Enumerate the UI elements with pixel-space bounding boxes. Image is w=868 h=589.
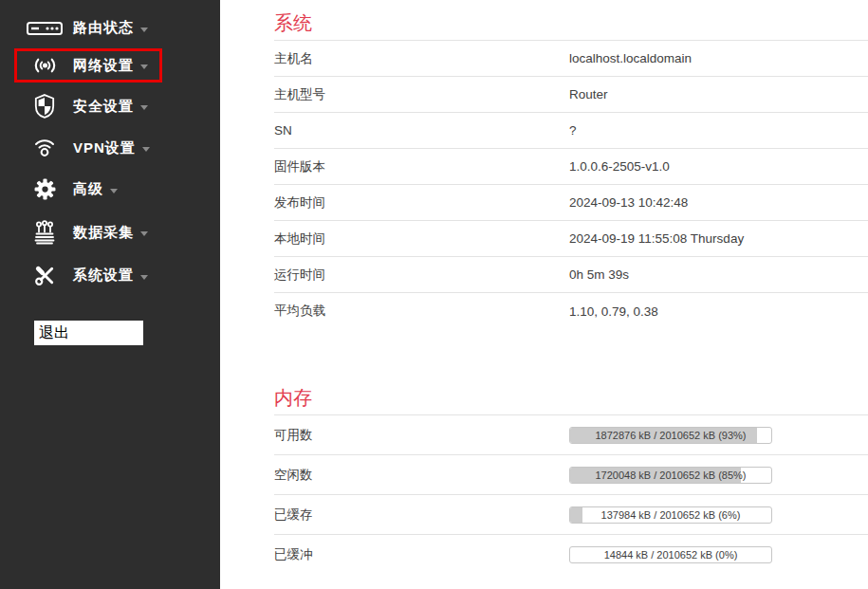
sidebar-item-data-collection[interactable]: 数据采集 <box>14 212 162 252</box>
section-title-memory: 内存 <box>274 386 868 415</box>
table-row: 可用数 1872876 kB / 2010652 kB (93%) <box>274 415 868 455</box>
row-label: 固件版本 <box>274 158 569 175</box>
sidebar-item-label: 系统设置 <box>73 267 134 285</box>
row-label: 已缓冲 <box>274 546 569 563</box>
chevron-down-icon <box>140 28 148 32</box>
row-label: 本地时间 <box>274 230 569 248</box>
progressbar-text: 1720048 kB / 2010652 kB (85%) <box>570 468 771 483</box>
table-row: 运行时间 0h 5m 39s <box>274 257 868 293</box>
sidebar-item-vpn-settings[interactable]: VPN设置 <box>14 130 164 166</box>
progressbar-text: 14844 kB / 2010652 kB (0%) <box>570 547 771 562</box>
memory-cached-progressbar: 137984 kB / 2010652 kB (6%) <box>569 506 772 524</box>
table-row: 主机名 localhost.localdomain <box>274 41 868 77</box>
chevron-down-icon <box>140 105 148 110</box>
table-row: 发布时间 2024-09-13 10:42:48 <box>274 185 868 221</box>
sidebar-item-security-settings[interactable]: 安全设置 <box>14 86 162 126</box>
progressbar-text: 137984 kB / 2010652 kB (6%) <box>570 507 771 523</box>
row-value: Router <box>569 87 608 101</box>
memory-section: 内存 可用数 1872876 kB / 2010652 kB (93%) 空闲数… <box>274 386 868 575</box>
chevron-down-icon <box>142 147 150 152</box>
memory-free-progressbar: 1720048 kB / 2010652 kB (85%) <box>569 467 772 484</box>
row-label: 平均负载 <box>274 303 569 320</box>
sidebar-item-label: 网络设置 <box>73 57 134 75</box>
memory-buffered-progressbar: 14844 kB / 2010652 kB (0%) <box>569 546 772 563</box>
sidebar-item-label: 数据采集 <box>73 224 134 242</box>
wireless-icon <box>26 56 64 75</box>
gear-icon <box>26 177 64 201</box>
row-value: 2024-09-19 11:55:08 Thursday <box>569 231 744 246</box>
sidebar-item-advanced[interactable]: 高级 <box>14 170 132 209</box>
chevron-down-icon <box>140 231 148 236</box>
chevron-down-icon <box>140 275 148 280</box>
sidebar-item-system-settings[interactable]: 系统设置 <box>14 256 162 295</box>
row-value: 2024-09-13 10:42:48 <box>569 195 688 210</box>
sidebar-item-label: 路由状态 <box>73 19 134 37</box>
main-content: 系统 主机名 localhost.localdomain 主机型号 Router… <box>220 0 868 589</box>
row-label: 主机型号 <box>274 86 569 103</box>
sidebar-item-label: VPN设置 <box>73 139 136 157</box>
row-value: 1.0.0.6-2505-v1.0 <box>569 159 670 174</box>
row-value: ? <box>569 123 577 138</box>
row-value: 1.10, 0.79, 0.38 <box>569 304 658 319</box>
logout-button[interactable]: 退出 <box>34 321 143 345</box>
table-row: 主机型号 Router <box>274 77 868 113</box>
row-label: 已缓存 <box>274 506 569 524</box>
shield-icon <box>26 94 64 119</box>
section-title-system: 系统 <box>274 11 868 41</box>
router-status-icon <box>26 22 64 35</box>
vpn-signal-icon <box>26 138 64 158</box>
tools-icon <box>26 264 64 287</box>
row-label: 发布时间 <box>274 194 569 212</box>
table-row: 固件版本 1.0.0.6-2505-v1.0 <box>274 149 868 185</box>
sidebar-item-network-settings[interactable]: 网络设置 <box>14 48 162 83</box>
table-row: SN ? <box>274 113 868 149</box>
row-label: 运行时间 <box>274 267 569 284</box>
chevron-down-icon <box>110 189 118 193</box>
sidebar-item-router-status[interactable]: 路由状态 <box>14 11 162 45</box>
abacus-icon <box>26 220 64 245</box>
memory-available-progressbar: 1872876 kB / 2010652 kB (93%) <box>569 427 772 444</box>
chevron-down-icon <box>140 64 148 69</box>
table-row: 已缓冲 14844 kB / 2010652 kB (0%) <box>274 535 868 575</box>
row-value: localhost.localdomain <box>569 51 692 65</box>
table-row: 平均负载 1.10, 0.79, 0.38 <box>274 293 868 329</box>
sidebar-item-label: 安全设置 <box>73 98 134 116</box>
row-label: SN <box>274 123 569 138</box>
row-value: 0h 5m 39s <box>569 267 629 282</box>
sidebar-item-label: 高级 <box>73 180 103 198</box>
sidebar: 路由状态 网络设置 安全设置 <box>0 0 220 589</box>
table-row: 本地时间 2024-09-19 11:55:08 Thursday <box>274 221 868 257</box>
row-label: 主机名 <box>274 50 569 67</box>
progressbar-text: 1872876 kB / 2010652 kB (93%) <box>570 428 771 443</box>
table-row: 空闲数 1720048 kB / 2010652 kB (85%) <box>274 455 868 495</box>
row-label: 可用数 <box>274 427 569 444</box>
system-section: 系统 主机名 localhost.localdomain 主机型号 Router… <box>274 11 868 329</box>
table-row: 已缓存 137984 kB / 2010652 kB (6%) <box>274 495 868 535</box>
row-label: 空闲数 <box>274 467 569 484</box>
